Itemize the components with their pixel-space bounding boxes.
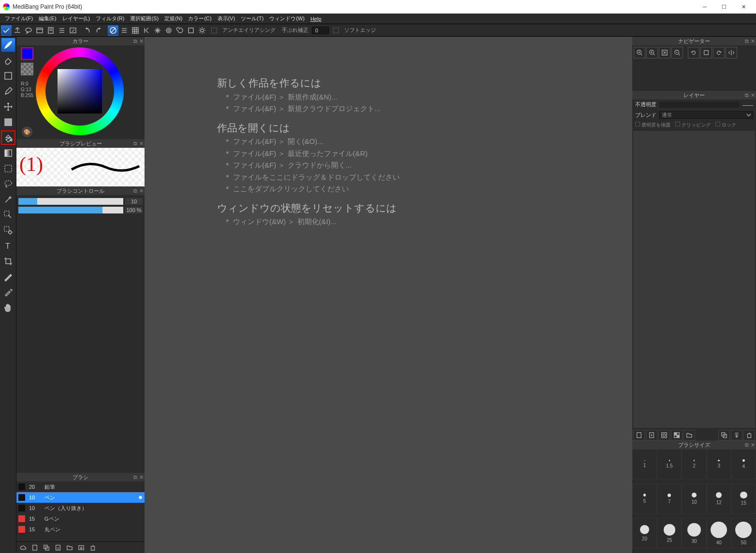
nav-fit[interactable] xyxy=(659,47,670,58)
nav-zoom-in2[interactable] xyxy=(646,47,658,58)
brush-item[interactable]: 10ペン（入り抜き） xyxy=(16,503,145,513)
brush-item[interactable]: 15丸ペン xyxy=(16,524,145,535)
brush-size-slider[interactable] xyxy=(18,198,123,205)
tb-lines[interactable] xyxy=(119,25,130,36)
tool-knife[interactable] xyxy=(1,269,15,284)
nav-zoom-in[interactable] xyxy=(634,47,645,58)
layer-dup[interactable] xyxy=(718,430,730,440)
menu-select[interactable]: 選択範囲(S) xyxy=(127,14,161,23)
size-cell[interactable]: 40 xyxy=(707,518,731,548)
tb-target[interactable] xyxy=(163,25,174,36)
menu-help[interactable]: Help xyxy=(307,15,324,23)
tb-panel[interactable] xyxy=(34,25,45,36)
popout-icon[interactable]: ⧉ xyxy=(133,141,137,147)
tb-share[interactable] xyxy=(12,25,23,36)
maximize-button[interactable]: ☐ xyxy=(714,0,734,14)
tb-redo[interactable] xyxy=(93,25,104,36)
brush-delete[interactable] xyxy=(88,543,98,553)
popout-icon[interactable]: ⧉ xyxy=(133,188,137,194)
tool-select-erase[interactable] xyxy=(1,223,15,238)
tb-cloud-sync[interactable] xyxy=(1,25,12,36)
close-icon[interactable]: ✕ xyxy=(751,442,755,448)
nav-flip[interactable] xyxy=(726,47,737,58)
layer-list[interactable] xyxy=(633,131,755,428)
tb-comment[interactable] xyxy=(23,25,34,36)
close-button[interactable]: ✕ xyxy=(734,0,753,14)
layer-merge[interactable] xyxy=(731,430,742,440)
tb-box[interactable] xyxy=(186,25,196,36)
layer-mask[interactable] xyxy=(658,430,670,440)
brush-import[interactable] xyxy=(76,543,86,553)
popout-icon[interactable]: ⧉ xyxy=(745,442,749,448)
tool-lasso[interactable] xyxy=(1,177,15,191)
size-cell[interactable]: 10 xyxy=(682,484,706,514)
menu-view[interactable]: 表示(V) xyxy=(215,14,238,23)
brush-cloud[interactable] xyxy=(18,543,28,553)
softedge-check[interactable] xyxy=(333,28,339,33)
tb-snow[interactable] xyxy=(152,25,163,36)
tb-edit[interactable] xyxy=(68,25,78,36)
layer-delete[interactable] xyxy=(743,430,755,440)
size-cell[interactable]: 3 xyxy=(707,449,731,479)
tb-undo[interactable] xyxy=(82,25,93,36)
palette-icon[interactable]: 🎨 xyxy=(22,127,32,137)
close-icon[interactable]: ✕ xyxy=(139,141,144,147)
menu-tool[interactable]: ツール(T) xyxy=(238,14,266,23)
brush-script[interactable]: S xyxy=(53,543,63,553)
size-cell[interactable]: 1 xyxy=(632,449,657,479)
clipping-check[interactable] xyxy=(675,122,680,127)
tb-first[interactable] xyxy=(141,25,152,36)
size-cell[interactable]: 25 xyxy=(657,518,682,548)
stabilizer-value[interactable]: 0 xyxy=(312,27,329,34)
tb-spiral[interactable] xyxy=(174,25,185,36)
close-icon[interactable]: ✕ xyxy=(751,92,755,99)
brush-item[interactable]: 20鉛筆 xyxy=(16,482,145,492)
tool-select-brush[interactable] xyxy=(1,208,15,222)
size-cell[interactable]: 50 xyxy=(731,518,756,548)
blend-select[interactable]: 通常 xyxy=(659,111,753,119)
size-cell[interactable]: 5 xyxy=(632,484,657,514)
size-cell[interactable]: 20 xyxy=(632,518,657,548)
brush-item[interactable]: 10ペン✸ xyxy=(16,492,145,503)
brush-folder[interactable] xyxy=(65,543,74,553)
foreground-color[interactable] xyxy=(21,47,33,60)
menu-filter[interactable]: フィルタ(R) xyxy=(93,14,127,23)
tb-list[interactable] xyxy=(57,25,67,36)
size-cell[interactable]: 30 xyxy=(682,518,706,548)
brush-size-value[interactable]: 10 xyxy=(125,198,143,205)
tool-select-rect[interactable] xyxy=(1,161,15,176)
close-icon[interactable]: ✕ xyxy=(139,474,144,481)
size-cell[interactable]: 15 xyxy=(731,484,756,514)
size-cell[interactable]: 4 xyxy=(731,449,756,479)
size-cell[interactable]: 2 xyxy=(682,449,706,479)
tb-doc[interactable] xyxy=(45,25,56,36)
tool-brush[interactable] xyxy=(1,38,15,52)
color-square[interactable] xyxy=(58,69,102,113)
tool-wand[interactable] xyxy=(1,192,15,207)
brush-opacity-value[interactable]: 100 % xyxy=(125,207,143,213)
brush-item[interactable]: 15Gペン xyxy=(16,513,145,524)
popout-icon[interactable]: ⧉ xyxy=(133,474,137,481)
tool-eraser[interactable] xyxy=(1,53,15,68)
close-icon[interactable]: ✕ xyxy=(139,38,144,44)
close-icon[interactable]: ✕ xyxy=(751,38,755,44)
popout-icon[interactable]: ⧉ xyxy=(745,92,749,99)
tool-hand[interactable] xyxy=(1,300,15,315)
menu-layer[interactable]: レイヤー(L) xyxy=(59,14,93,23)
menu-ruler[interactable]: 定規(N) xyxy=(161,14,185,23)
tb-shape-circle[interactable] xyxy=(108,25,118,36)
brush-dup[interactable] xyxy=(42,543,51,553)
nav-zoom-out[interactable] xyxy=(671,47,683,58)
popout-icon[interactable]: ⧉ xyxy=(745,38,749,44)
canvas-area[interactable]: 新しく作品を作るには ＊ ファイル(&F) ＞ 新規作成(&N)... ＊ ファ… xyxy=(145,37,632,553)
tool-bucket[interactable] xyxy=(1,130,15,145)
lock-check[interactable] xyxy=(715,122,720,127)
menu-file[interactable]: ファイル(F) xyxy=(2,14,36,23)
layer-new2[interactable] xyxy=(646,430,657,440)
layer-new[interactable] xyxy=(633,430,645,440)
brush-opacity-slider[interactable] xyxy=(18,207,123,213)
menu-color[interactable]: カラー(C) xyxy=(185,14,214,23)
protect-check[interactable] xyxy=(635,122,640,127)
nav-rotate-cw[interactable] xyxy=(713,47,725,58)
size-cell[interactable]: 12 xyxy=(707,484,731,514)
